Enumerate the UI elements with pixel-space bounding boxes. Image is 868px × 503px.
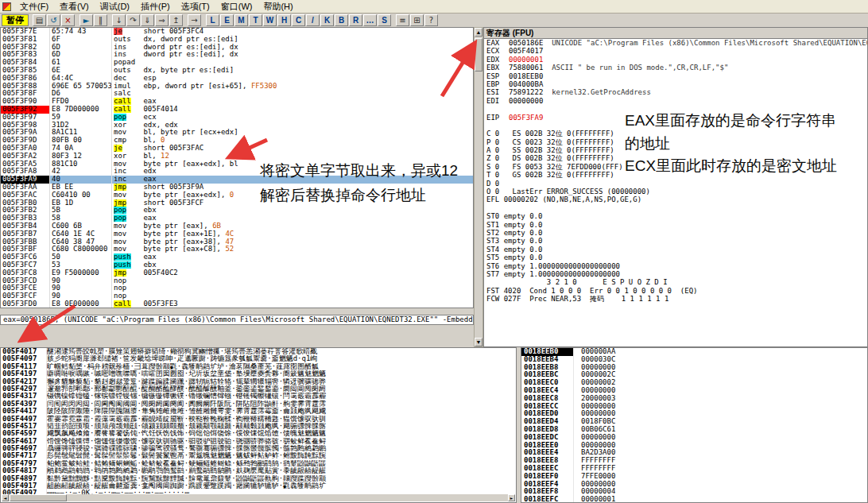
stack-row[interactable]: 0018EEF07FFE0000: [521, 473, 867, 481]
dump-row[interactable]: 005F4817鹇鹈鹉鹋鹌鹍·鹎鹐鹑鹒鹓鹔·鹕鹖鹗鹘鹙鹚·鹛鹜鹝鹞鹟鹠·麸麹麽麾…: [1, 467, 516, 474]
menu-item[interactable]: 选项(T): [176, 0, 215, 14]
step-into-button[interactable]: ↓: [112, 14, 126, 26]
fpu-line[interactable]: ST3 empty 0.0: [484, 237, 867, 245]
dump-row[interactable]: 005F4317镊镌镍镎镏镒·镓镔镖镗镘镙·镛镞镟镡镢镤·镥镦镧镨镩镪·镫镬镯镲…: [1, 393, 516, 400]
flag-line[interactable]: EFL 00000202 (NO,NB,NE,A,NS,PO,GE,G): [484, 195, 867, 203]
register-ecx[interactable]: ECX005F4017: [484, 47, 867, 55]
scroll-down-icon[interactable]: ▼: [475, 338, 482, 346]
register-esp[interactable]: ESP0018EEB0: [484, 72, 867, 80]
run-button[interactable]: ►: [79, 14, 93, 26]
stack-row[interactable]: 0018EEB40000030C: [521, 356, 867, 364]
stack-row[interactable]: 0018EEC000000002: [521, 379, 867, 387]
disasm-row[interactable]: 005F3F88696E 65 5700531imul ebp, dword p…: [1, 83, 473, 91]
windows-window-button[interactable]: W: [263, 14, 277, 26]
breakpoints-window-button[interactable]: B: [335, 14, 348, 26]
disasm-row[interactable]: 005F3FA074 0Aje short 005F3FAC: [1, 145, 473, 153]
fpu-line[interactable]: ST4 empty 0.0: [484, 246, 867, 253]
fpu-line[interactable]: ST6 empty 1.0000000000000000000: [484, 262, 867, 270]
references-window-button[interactable]: R: [349, 14, 362, 26]
stack-row[interactable]: 0018EEECFFFFFFFF: [521, 465, 867, 473]
menu-item[interactable]: 文件(F): [14, 0, 54, 14]
scroll-up-icon[interactable]: ▲: [475, 28, 482, 37]
handles-window-button[interactable]: H: [277, 14, 291, 26]
disasm-row[interactable]: 005F3F9A8A1C11mov bl, byte ptr [ecx+edx]: [1, 129, 473, 137]
fpu-line[interactable]: ST5 empty 0.0: [484, 253, 867, 261]
stack-row[interactable]: 0018EED800B06C61: [521, 426, 867, 434]
fpu-line[interactable]: FCW 027F Prec NEAR,53 掩码 1 1 1 1 1 1: [484, 295, 867, 303]
disassembly-scrollbar[interactable]: ▲ ▼: [474, 27, 483, 347]
disasm-row[interactable]: 005F3FBFC680 C8000000 52mov byte ptr [ea…: [1, 246, 473, 253]
fpu-line[interactable]: ST0 empty 0.0: [484, 212, 867, 220]
dump-row[interactable]: 005F4597飕飘飙飚飧飨·餍餮饔饕饧饨·饩饪饫饬饯饰·饲饳饴饵饶馀·馁馂馃馄…: [1, 430, 516, 437]
patches-window-button[interactable]: /: [306, 14, 320, 26]
memory-window-button[interactable]: M: [234, 14, 248, 26]
stack-row[interactable]: 0018EECC00000000: [521, 403, 867, 411]
dump-row[interactable]: 005F4397闫闱闳闵闶闼·闾阃阄阆阈阊·阋阌阏阒阕阖·阗阙阚阡阪阮·阱阽阻阼…: [1, 400, 516, 408]
stack-row[interactable]: 0018EEF400000000: [521, 481, 867, 489]
dump-row[interactable]: 005F4117旷帼鳕貊橥·杩弁耢觌殄樯·彐葺躞骱颥氍·毳鹱鸸鹋圹垆·瀹茗隰桑蘼…: [1, 363, 516, 370]
fpu-line[interactable]: ST2 empty 0.0: [484, 229, 867, 237]
stack-row[interactable]: 0018EEF800000004: [521, 488, 867, 496]
register-eax[interactable]: EAX0050186E UNICODE "aC:\Program Files (…: [484, 39, 867, 47]
disasm-row[interactable]: 005F3F8461popad: [1, 59, 473, 67]
cpu-window-button[interactable]: C: [292, 14, 305, 26]
disasm-row[interactable]: 005F3F816Fouts dx, dword ptr es:[edi]: [1, 36, 473, 44]
stack-row[interactable]: 0018EEC400000000: [521, 387, 867, 395]
disasm-row[interactable]: 005F3FB358pop eax: [1, 215, 473, 222]
dump-row[interactable]: 005F4897黏黔黛黜黝黟·黠黡黢黣黤黥·黦黧黩黪黫黬·黭鼋鼍鼐鼗鼙·鼢鼬鼯鼹…: [1, 475, 516, 482]
dump-row[interactable]: 005F4097赅彡蛇犸阍扉濉郄缱褚·笸发畿埝埤睇呻·疋邋噘蹰·踌镳簋彖瓠觚鬻爨…: [1, 355, 516, 362]
fpu-line[interactable]: ST7 empty 1.0000000000000000000: [484, 270, 867, 278]
restart-button[interactable]: ↺: [47, 14, 60, 26]
appearance-button[interactable]: ⊞: [410, 14, 424, 26]
stack-row[interactable]: 0018EED000000000: [521, 410, 867, 418]
disasm-row[interactable]: 005F3F826Dins dword ptr es:[edi], dx: [1, 44, 473, 52]
execute-till-return-button[interactable]: ↥: [169, 14, 183, 26]
options-button[interactable]: ≡: [396, 14, 409, 26]
disasm-row[interactable]: 005F3F92E8 7D000000call 005F4014: [1, 106, 473, 114]
disasm-row[interactable]: 005F3F9759pop ecx: [1, 114, 473, 122]
step-over-button[interactable]: ↷: [126, 14, 140, 26]
dump-row[interactable]: 005F4417陂陉陔陧陬陲·陴隈隍隗隰隳·隼隽雉雌雍雎·雏雒雕雠雩雯·霁霄霆霈…: [1, 408, 516, 415]
register-ebp[interactable]: EBP004000BA: [484, 80, 867, 88]
menu-item[interactable]: 窗口(W): [215, 0, 258, 14]
stack-row[interactable]: 0018EED40018F0BC: [521, 418, 867, 426]
dump-row[interactable]: 005F4217獬豸貔貅貘貊·貉赳趔趑跫踅·踺蹀蹁蹂躏躐·躔轫轭轱辁辂·辄辇辋辍…: [1, 378, 516, 385]
stack-row[interactable]: 0018EEE000000000: [521, 442, 867, 450]
dump-row[interactable]: 005F4617馉馊馋馌馍馎·馏馐馑馒馓馔·馕驭驮驯驰驱·驲驳驴驵驶骀·骁骃骄骅…: [1, 438, 516, 445]
disasm-row[interactable]: 005F3F836Dins dword ptr es:[edi], dx: [1, 51, 473, 59]
disasm-row[interactable]: 005F3F856Eouts dx, byte ptr es:[edi]: [1, 67, 473, 75]
menu-item[interactable]: 帮助(H): [258, 0, 298, 14]
close-button[interactable]: ×: [61, 14, 75, 26]
menu-item[interactable]: 查看(V): [54, 0, 95, 14]
executables-window-button[interactable]: E: [220, 14, 234, 26]
dump-row[interactable]: 005F4917龃龅龆龇龈龉·龊龌龠齄齑龚·龛阄阈阊踟蹰·踽踱蹙蹩蹼躅·躇躏辘轳…: [1, 482, 516, 489]
go-to-address-button[interactable]: →: [188, 14, 201, 26]
scroll-thumb[interactable]: [475, 38, 482, 72]
run-trace-window-button[interactable]: …: [363, 14, 377, 26]
dump-row[interactable]: 005F4497霍霎霏霓霖霜·霞霪霭霰霸霹·霾靓靖靛靥靳·鞅鞑鞒鞔鞠鞣·鞫鞭鞯鞲…: [1, 416, 516, 423]
open-file-button[interactable]: ▤: [33, 14, 46, 26]
dump-row[interactable]: 005F4197噼啁啭唳喁嗾·嘁嘧噌噍噤嚆·嚅嚯囝囡囫囵·圮圻坂坌垩垡·塾墁壅夔…: [1, 370, 516, 377]
stack-row[interactable]: 0018EEB800000000: [521, 364, 867, 372]
disasm-row[interactable]: 005F3F8FD6salc: [1, 90, 473, 98]
help-button[interactable]: ?: [424, 14, 438, 26]
stack-row[interactable]: 0018EEB0000000AA: [521, 348, 867, 356]
menu-item[interactable]: 调试(D): [95, 0, 135, 14]
fpu-line[interactable]: ST1 empty 0.0: [484, 221, 867, 229]
disasm-row[interactable]: 005F3FBBC640 38 47mov byte ptr [eax+38],…: [1, 238, 473, 246]
scroll-right-icon[interactable]: ►: [508, 494, 515, 501]
call-stack-window-button[interactable]: K: [320, 14, 334, 26]
disasm-row[interactable]: 005F3FC753push ebx: [1, 261, 473, 269]
fpu-line[interactable]: FST 4020 Cond 1 0 0 0 Err 0 0 1 0 0 0 0 …: [484, 287, 867, 295]
stack-row[interactable]: 0018EEE8FFFFFFFF: [521, 457, 867, 465]
fpu-line[interactable]: 3 2 1 0 E S P U O Z D I: [484, 278, 867, 286]
stack-row[interactable]: 0018EEFC00000001: [521, 496, 867, 503]
scroll-left-icon[interactable]: ◄: [2, 494, 9, 501]
dump-row[interactable]: 005F4797鲌鲍鲎鲏鲐鲑·鲒鲔鲕鲖鲗鲘·鲙鲚鲛鲝鲞鲟·鲠鲡鲢鲣鲥鲦·鲧鹀鹁鹂…: [1, 460, 516, 467]
disasm-row[interactable]: 005F3FCD90nop: [1, 277, 473, 285]
threads-window-button[interactable]: T: [249, 14, 262, 26]
disasm-row[interactable]: 005F3F8664:4Cdec esp: [1, 75, 473, 83]
trace-over-button[interactable]: ⇒: [155, 14, 169, 26]
dump-row[interactable]: 005F4297邃邈郛郜郫鄢·鄞鄱酃酆醅醌·醍醐醑醢醪醭·醮醯醵醺釉釜·銎銮鋈錾…: [1, 385, 516, 393]
register-edi[interactable]: EDI00000000: [484, 97, 867, 105]
